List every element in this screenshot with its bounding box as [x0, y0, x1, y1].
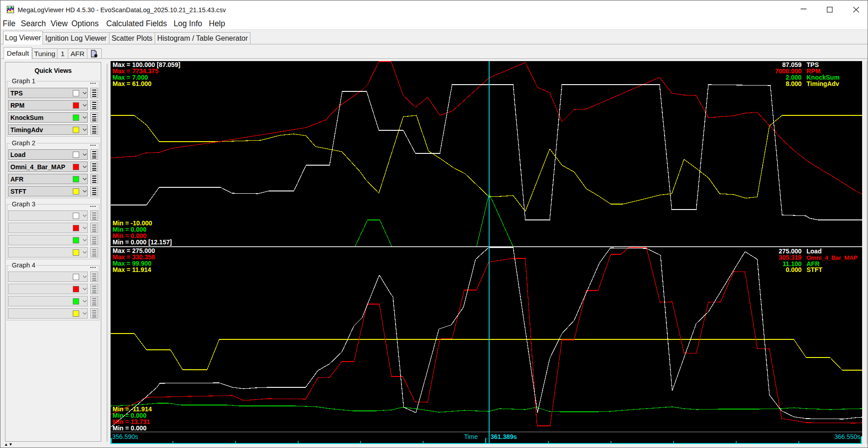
svg-text:8.000: 8.000 — [786, 80, 802, 87]
svg-text:Min = 0.000 [12.157]: Min = 0.000 [12.157] — [113, 238, 172, 246]
svg-text:356.590s: 356.590s — [112, 433, 138, 440]
svg-text:Time: Time — [464, 433, 478, 440]
svg-text:361.389s: 361.389s — [491, 433, 517, 440]
svg-text:Min = 0.000: Min = 0.000 — [113, 424, 146, 432]
svg-text:Load: Load — [807, 248, 821, 255]
svg-text:Max = 11.914: Max = 11.914 — [113, 266, 151, 273]
svg-text:366.550s: 366.550s — [834, 433, 860, 440]
svg-text:TimingAdv: TimingAdv — [807, 80, 839, 87]
svg-text:0.000: 0.000 — [786, 266, 802, 273]
svg-text:STFT: STFT — [807, 266, 822, 273]
svg-text:Max = 61.000: Max = 61.000 — [113, 80, 151, 87]
